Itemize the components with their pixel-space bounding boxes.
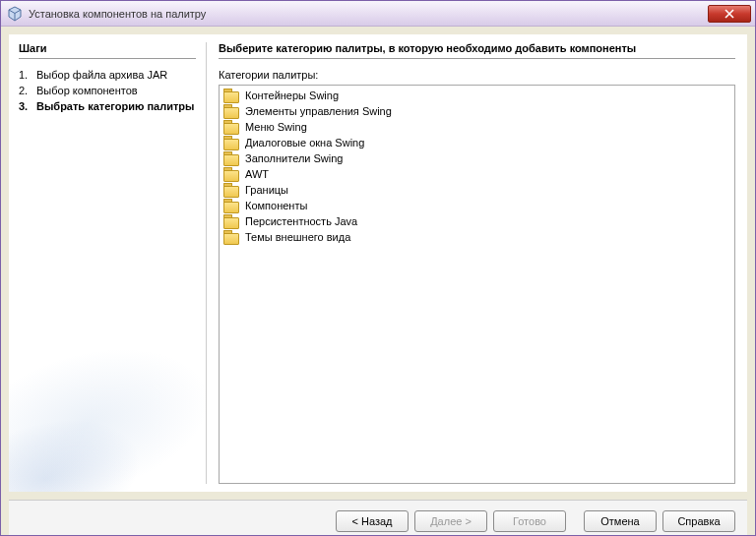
step-item: 2.Выбор компонентов — [19, 83, 196, 98]
category-item[interactable]: Меню Swing — [221, 119, 732, 135]
folder-icon — [223, 230, 239, 244]
category-item[interactable]: Компоненты — [221, 198, 732, 213]
step-label: Выбрать категорию палитры — [36, 100, 196, 112]
category-label: Границы — [245, 184, 288, 196]
folder-icon — [223, 183, 239, 197]
steps-heading: Шаги — [19, 42, 196, 59]
wizard-content: Шаги 1.Выбор файла архива JAR2.Выбор ком… — [9, 34, 747, 492]
category-list-label: Категории палитры: — [219, 69, 735, 81]
category-list[interactable]: Контейнеры SwingЭлементы управления Swin… — [219, 85, 735, 484]
category-label: Персистентность Java — [245, 215, 357, 227]
nav-button-group: < Назад Далее > Готово — [336, 510, 566, 532]
back-button[interactable]: < Назад — [336, 510, 409, 532]
folder-icon — [223, 120, 239, 134]
category-item[interactable]: Элементы управления Swing — [221, 103, 732, 119]
category-item[interactable]: Контейнеры Swing — [221, 88, 732, 103]
category-label: Компоненты — [245, 200, 307, 211]
category-label: Элементы управления Swing — [245, 105, 392, 117]
step-label: Выбор файла архива JAR — [36, 69, 196, 81]
button-bar: < Назад Далее > Готово Отмена Справка — [9, 500, 747, 536]
category-label: Диалоговые окна Swing — [245, 137, 364, 149]
category-item[interactable]: Заполнители Swing — [221, 150, 732, 166]
category-label: Темы внешнего вида — [245, 231, 350, 243]
category-label: Контейнеры Swing — [245, 89, 339, 101]
category-item[interactable]: Персистентность Java — [221, 213, 732, 229]
folder-icon — [223, 89, 239, 102]
category-item[interactable]: Диалоговые окна Swing — [221, 135, 732, 150]
step-number: 3. — [19, 100, 36, 112]
finish-button: Готово — [493, 510, 566, 532]
folder-icon — [223, 151, 239, 165]
folder-icon — [223, 214, 239, 228]
step-item: 1.Выбор файла архива JAR — [19, 67, 196, 83]
step-number: 1. — [19, 69, 36, 81]
category-item[interactable]: Темы внешнего вида — [221, 229, 732, 245]
titlebar: Установка компонентов на палитру — [1, 1, 755, 27]
close-icon — [724, 9, 734, 19]
app-icon — [7, 6, 23, 22]
steps-sidebar: Шаги 1.Выбор файла архива JAR2.Выбор ком… — [9, 34, 206, 492]
sidebar-decoration — [9, 283, 206, 492]
step-item: 3.Выбрать категорию палитры — [19, 98, 196, 114]
folder-icon — [223, 199, 239, 212]
category-label: AWT — [245, 168, 269, 180]
close-button[interactable] — [708, 5, 751, 23]
steps-list: 1.Выбор файла архива JAR2.Выбор компонен… — [19, 67, 196, 114]
window-title: Установка компонентов на палитру — [29, 8, 206, 20]
category-label: Заполнители Swing — [245, 152, 343, 164]
help-button[interactable]: Справка — [662, 510, 735, 532]
category-label: Меню Swing — [245, 121, 307, 133]
folder-icon — [223, 104, 239, 118]
category-item[interactable]: AWT — [221, 166, 732, 182]
next-button: Далее > — [414, 510, 487, 532]
main-heading: Выберите категорию палитры, в которую не… — [219, 42, 735, 59]
folder-icon — [223, 136, 239, 149]
step-number: 2. — [19, 85, 36, 96]
main-panel: Выберите категорию палитры, в которую не… — [207, 34, 747, 492]
cancel-button[interactable]: Отмена — [584, 510, 657, 532]
category-item[interactable]: Границы — [221, 182, 732, 198]
step-label: Выбор компонентов — [36, 85, 196, 96]
folder-icon — [223, 167, 239, 181]
